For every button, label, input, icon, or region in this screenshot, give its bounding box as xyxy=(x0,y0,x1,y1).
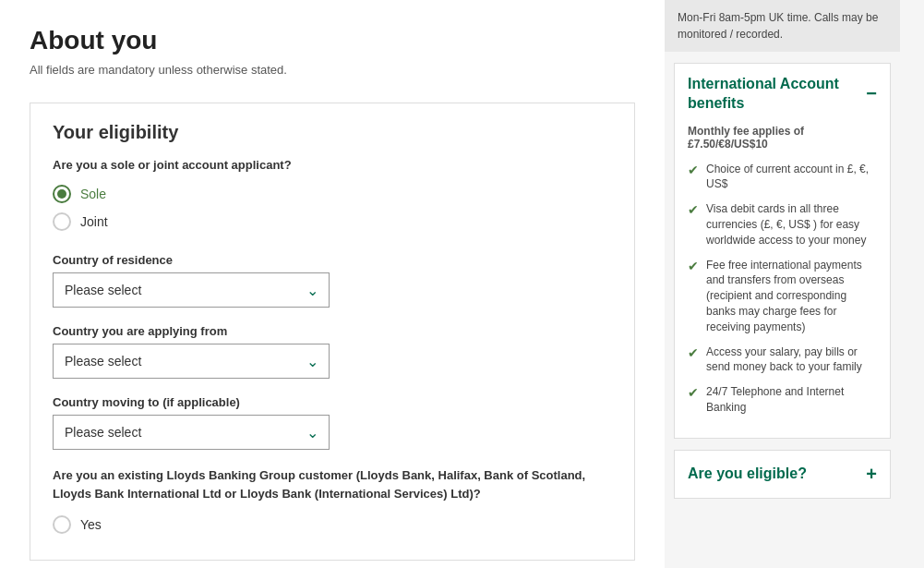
country-applying-group: Country you are applying from Please sel… xyxy=(53,324,612,379)
section-title: Your eligibility xyxy=(53,122,612,143)
check-icon-5: ✔ xyxy=(688,385,699,400)
benefit-text-1: Choice of current account in £, €, US$ xyxy=(706,162,877,193)
yes-radio[interactable] xyxy=(53,515,71,534)
country-residence-label: Country of residence xyxy=(53,253,612,267)
benefit-item-2: ✔ Visa debit cards in all three currenci… xyxy=(688,201,877,248)
check-icon-3: ✔ xyxy=(688,259,699,273)
main-content: About you All fields are mandatory unles… xyxy=(0,0,665,568)
yes-label: Yes xyxy=(80,517,102,532)
joint-radio[interactable] xyxy=(53,212,71,231)
yes-option[interactable]: Yes xyxy=(53,515,612,534)
country-residence-wrapper: Please select ⌄ xyxy=(53,272,330,308)
sole-label: Sole xyxy=(80,187,106,201)
joint-label: Joint xyxy=(80,214,108,229)
benefits-panel: International Account benefits − Monthly… xyxy=(674,63,891,439)
country-residence-select[interactable]: Please select xyxy=(53,272,330,308)
benefit-text-2: Visa debit cards in all three currencies… xyxy=(706,201,877,248)
minus-icon: − xyxy=(866,83,877,104)
country-applying-label: Country you are applying from xyxy=(53,324,612,338)
applicant-radio-group: Sole Joint xyxy=(53,185,612,231)
country-moving-group: Country moving to (if applicable) Please… xyxy=(53,395,612,450)
sole-radio[interactable] xyxy=(53,185,71,203)
country-applying-select[interactable]: Please select xyxy=(53,344,330,379)
sidebar: Mon-Fri 8am-5pm UK time. Calls may be mo… xyxy=(665,0,900,568)
country-moving-label: Country moving to (if applicable) xyxy=(53,395,612,409)
benefit-item-1: ✔ Choice of current account in £, €, US$ xyxy=(688,162,877,193)
check-icon-1: ✔ xyxy=(688,163,699,177)
eligible-title: Are you eligible? xyxy=(688,465,807,482)
country-moving-wrapper: Please select ⌄ xyxy=(53,415,330,450)
country-moving-select[interactable]: Please select xyxy=(53,415,330,450)
benefit-item-4: ✔ Access your salary, pay bills or send … xyxy=(688,344,877,376)
plus-icon: + xyxy=(866,464,877,485)
benefit-text-3: Fee free international payments and tran… xyxy=(706,258,877,335)
check-icon-4: ✔ xyxy=(688,345,699,360)
page-title: About you xyxy=(30,26,635,55)
applicant-question: Are you a sole or joint account applican… xyxy=(53,158,612,172)
eligible-panel: Are you eligible? + xyxy=(674,450,891,499)
sole-option[interactable]: Sole xyxy=(53,185,612,203)
eligibility-section: Your eligibility Are you a sole or joint… xyxy=(30,103,635,561)
benefit-item-3: ✔ Fee free international payments and tr… xyxy=(688,258,877,335)
contact-bar: Mon-Fri 8am-5pm UK time. Calls may be mo… xyxy=(665,0,900,52)
benefits-title: International Account benefits xyxy=(688,75,866,114)
eligible-header[interactable]: Are you eligible? + xyxy=(675,451,890,498)
check-icon-2: ✔ xyxy=(688,202,699,217)
joint-option[interactable]: Joint xyxy=(53,212,612,231)
country-residence-group: Country of residence Please select ⌄ xyxy=(53,253,612,308)
subtitle: All fields are mandatory unless otherwis… xyxy=(30,63,635,77)
benefits-header[interactable]: International Account benefits − xyxy=(675,64,890,125)
benefit-text-4: Access your salary, pay bills or send mo… xyxy=(706,344,877,376)
monthly-fee: Monthly fee applies of £7.50/€8/US$10 xyxy=(688,125,877,151)
benefits-body: Monthly fee applies of £7.50/€8/US$10 ✔ … xyxy=(675,125,890,438)
existing-customer-question: Are you an existing Lloyds Banking Group… xyxy=(53,466,612,502)
country-applying-wrapper: Please select ⌄ xyxy=(53,344,330,379)
benefit-item-5: ✔ 24/7 Telephone and Internet Banking xyxy=(688,384,877,416)
benefit-text-5: 24/7 Telephone and Internet Banking xyxy=(706,384,877,416)
